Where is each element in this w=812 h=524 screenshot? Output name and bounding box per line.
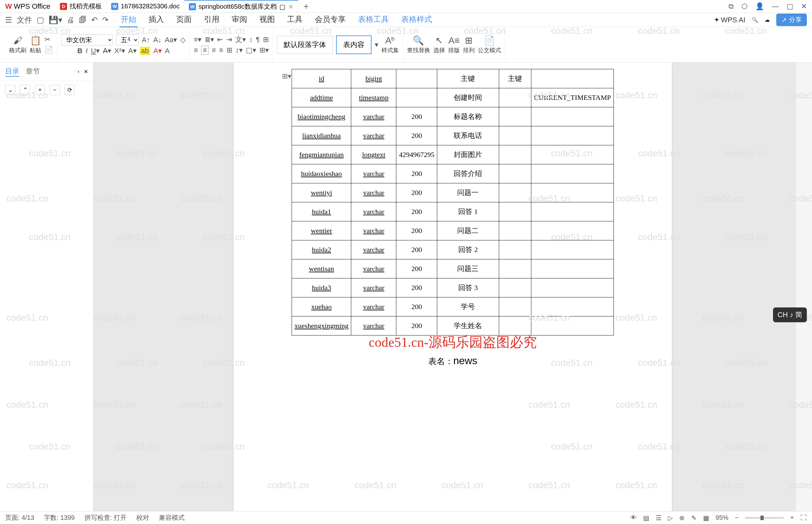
table-cell[interactable]: 主键 <box>499 69 531 88</box>
edit-view-icon[interactable]: ✎ <box>691 514 697 522</box>
share-button[interactable]: ↗ 分享 <box>776 14 807 26</box>
styles-more-icon[interactable]: ▾ <box>375 40 378 49</box>
table-cell[interactable]: 200 <box>396 241 437 259</box>
document-tab-0[interactable]: D 找稻壳模板 <box>55 0 107 13</box>
tab-close-icon[interactable]: ✕ <box>288 3 294 11</box>
document-canvas[interactable]: ⊞▾ idbigint主键主键addtimetimestamp创建时间CURRE… <box>94 63 812 511</box>
table-cell[interactable] <box>531 164 614 183</box>
restore-windows-icon[interactable]: ⧉ <box>729 2 734 11</box>
shrink-font-icon[interactable]: A↓ <box>153 36 162 44</box>
table-cell[interactable] <box>499 297 531 316</box>
table-cell[interactable]: longtext <box>351 145 396 164</box>
minimize-icon[interactable]: — <box>772 2 779 11</box>
zoom-level[interactable]: 95% <box>716 514 729 521</box>
table-cell[interactable]: varchar <box>351 222 396 241</box>
table-cell[interactable] <box>499 88 531 107</box>
table-cell[interactable]: 问题一 <box>437 183 499 202</box>
menu-item-0[interactable]: 开始 <box>119 12 137 28</box>
table-cell[interactable] <box>499 145 531 164</box>
tab-toc[interactable]: 目录 <box>5 66 19 77</box>
grid-view-icon[interactable]: ▦ <box>703 514 709 522</box>
table-cell[interactable]: 回答介绍 <box>437 164 499 183</box>
proofread-status[interactable]: 校对 <box>136 513 149 522</box>
table-row[interactable]: wentisanvarchar200问题三 <box>292 259 614 278</box>
table-cell[interactable]: xueshengxingming <box>292 316 351 335</box>
menu-item-2[interactable]: 页面 <box>175 12 193 28</box>
table-row[interactable]: biaotimingchengvarchar200标题名称 <box>292 107 614 126</box>
doc-mode-button[interactable]: 📄 公文模式 <box>478 35 501 54</box>
table-cell[interactable]: 200 <box>396 259 437 278</box>
side-close-icon[interactable]: ✕ <box>84 69 88 75</box>
table-row[interactable]: xuehaovarchar200学号 <box>292 297 614 316</box>
underline-icon[interactable]: U▾ <box>91 47 100 55</box>
collapse-down-icon[interactable]: ⌄ <box>5 85 15 95</box>
italic-icon[interactable]: I <box>86 47 88 55</box>
line-spacing-icon[interactable]: ↕▾ <box>235 46 243 54</box>
sort-button[interactable]: ⊞ 排列 <box>463 35 475 54</box>
borders-icon[interactable]: ⊞▾ <box>260 46 269 54</box>
font-color-icon[interactable]: A▾ <box>153 47 162 55</box>
table-cell[interactable]: 回答 3 <box>437 278 499 297</box>
distribute-icon[interactable]: ⊞ <box>227 46 232 54</box>
text-direction-icon[interactable]: 文▾ <box>235 35 246 45</box>
pilcrow-icon[interactable]: ¶ <box>256 35 260 44</box>
table-cell[interactable]: 200 <box>396 126 437 145</box>
table-cell[interactable]: bigint <box>351 69 396 88</box>
align-center-icon[interactable]: ≡ <box>201 46 209 55</box>
table-cell[interactable]: 200 <box>396 183 437 202</box>
table-cell[interactable]: 200 <box>396 222 437 241</box>
side-expand-icon[interactable]: › <box>78 69 79 75</box>
superscript-icon[interactable]: X²▾ <box>114 47 125 55</box>
table-cell[interactable] <box>499 278 531 297</box>
table-row[interactable]: wentiyivarchar200问题一 <box>292 183 614 202</box>
table-cell[interactable]: 回答 1 <box>437 202 499 222</box>
table-cell[interactable]: varchar <box>351 316 396 335</box>
table-cell[interactable]: wentier <box>292 222 351 241</box>
table-cell[interactable]: 200 <box>396 164 437 183</box>
table-cell[interactable]: 回答 2 <box>437 241 499 259</box>
table-cell[interactable] <box>531 202 614 222</box>
table-row[interactable]: huida3varchar200回答 3 <box>292 278 614 297</box>
table-cell[interactable]: 标题名称 <box>437 107 499 126</box>
table-cell[interactable] <box>531 145 614 164</box>
justify-icon[interactable]: ≡ <box>219 46 223 54</box>
tab-chapters[interactable]: 章节 <box>26 67 40 76</box>
cut-icon[interactable]: ✂ <box>45 35 53 44</box>
table-cell[interactable] <box>531 259 614 278</box>
table-cell[interactable]: timestamp <box>351 88 396 107</box>
table-cell[interactable]: 200 <box>396 297 437 316</box>
table-row[interactable]: lianxidianhuavarchar200联系电话 <box>292 126 614 145</box>
wps-ai-button[interactable]: ✦ WPS AI <box>714 16 745 24</box>
table-cell[interactable] <box>531 278 614 297</box>
table-cell[interactable]: huidaoxieshao <box>292 164 351 183</box>
eye-icon[interactable]: 👁 <box>630 514 637 521</box>
table-cell[interactable] <box>531 69 614 88</box>
strikethrough-icon[interactable]: A̶▾ <box>103 47 111 55</box>
style-set-button[interactable]: Aᵇ 样式集 <box>382 35 399 54</box>
file-menu[interactable]: 文件 <box>17 15 32 25</box>
redo-icon[interactable]: ↷ <box>102 15 109 24</box>
page-number[interactable]: 页面: 4/13 <box>5 513 34 522</box>
table-cell[interactable]: varchar <box>351 259 396 278</box>
bold-icon[interactable]: B <box>77 47 82 55</box>
table-cell[interactable]: varchar <box>351 107 396 126</box>
table-cell[interactable] <box>499 222 531 241</box>
table-cell[interactable]: addtime <box>292 88 351 107</box>
grow-font-icon[interactable]: A↑ <box>142 36 150 44</box>
table-cell[interactable] <box>531 222 614 241</box>
paste-button[interactable]: 📋 粘贴 <box>30 35 41 54</box>
web-view-icon[interactable]: ⊕ <box>679 514 685 522</box>
table-row[interactable]: huida2varchar200回答 2 <box>292 241 614 259</box>
table-cell[interactable] <box>499 202 531 222</box>
preview-icon[interactable]: 🗐 <box>79 15 87 24</box>
highlight-icon[interactable]: ab <box>140 47 150 55</box>
undo-icon[interactable]: ↶ <box>91 15 98 24</box>
text-effect-icon[interactable]: A▾ <box>128 47 137 55</box>
cloud-icon[interactable]: ☁ <box>765 17 770 23</box>
table-cell[interactable] <box>531 241 614 259</box>
table-cell[interactable]: CURRENT_TIMESTAMP <box>531 88 614 107</box>
table-row[interactable]: xueshengxingmingvarchar200学生姓名 <box>292 316 614 335</box>
format-brush-button[interactable]: 🖌 格式刷 <box>9 35 27 54</box>
shading-icon[interactable]: ▢▾ <box>246 46 256 54</box>
menu-item-6[interactable]: 工具 <box>286 12 304 28</box>
